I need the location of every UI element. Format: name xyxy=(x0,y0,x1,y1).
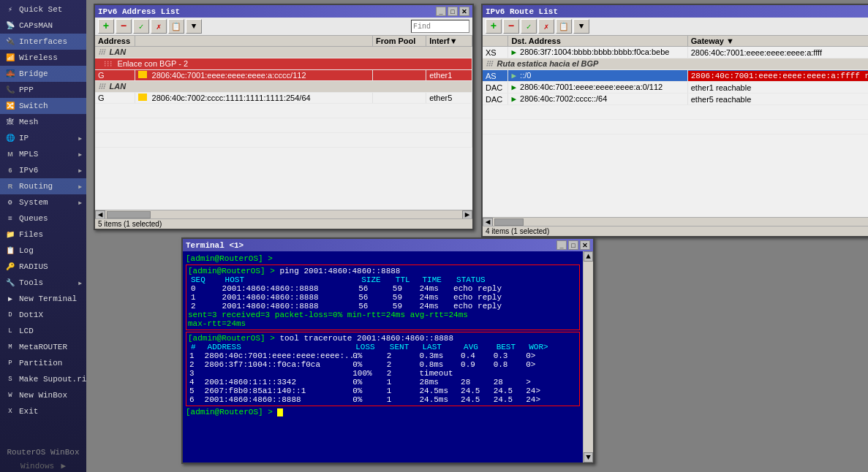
ping-stats: sent=3 received=3 packet-loss=0% min-rtt… xyxy=(188,311,578,319)
sidebar-item-interfaces[interactable]: 🔌 Interfaces xyxy=(0,34,86,50)
terminal-minimize[interactable]: _ xyxy=(556,240,567,250)
sidebar-item-exit[interactable]: X Exit xyxy=(0,403,86,419)
sidebar-item-switch[interactable]: 🔀 Switch xyxy=(0,98,86,114)
disable-address-button[interactable]: ✗ xyxy=(151,19,167,34)
enable-route-button[interactable]: ✓ xyxy=(521,19,537,34)
sidebar-item-routing[interactable]: R Routing ▶ xyxy=(0,178,86,194)
scroll-right-btn[interactable]: ▶ xyxy=(462,210,472,219)
ping-command: [admin@RouterOS] > ping 2001:4860:4860::… xyxy=(188,267,578,275)
copy-route-button[interactable]: 📋 xyxy=(556,19,572,34)
sidebar: ⚡ Quick Set 📡 CAPsMAN 🔌 Interfaces 📶 Wir… xyxy=(0,0,86,472)
route-scroll-thumb[interactable] xyxy=(494,218,524,226)
terminal-scroll-up[interactable]: ▲ xyxy=(584,251,593,262)
table-row[interactable]: AS ▶ ::/0 2806:40c:7001:eeee:eeee:eeee:a… xyxy=(483,70,868,82)
table-row[interactable]: DAC ▶ 2806:40c:7001:eeee:eeee:eeee:a:0/1… xyxy=(483,82,868,94)
sidebar-item-system[interactable]: ⚙ System ▶ xyxy=(0,194,86,210)
new-winbox-icon: W xyxy=(4,389,16,401)
address-search-input[interactable] xyxy=(411,20,469,33)
ip-icon: 🌐 xyxy=(4,132,16,144)
ipv6-route-title: IPv6 Route List xyxy=(486,7,868,16)
terminal-close[interactable]: ✕ xyxy=(580,240,590,250)
capsman-icon: 📡 xyxy=(4,20,16,31)
table-row[interactable]: ⁝⁝⁝ Enlace con BGP - 2 xyxy=(95,58,472,70)
remove-route-button[interactable]: − xyxy=(503,19,519,34)
sidebar-item-make-supout[interactable]: S Make Supout.rif xyxy=(0,371,86,387)
route-scroll-left-btn[interactable]: ◀ xyxy=(483,218,493,227)
lcd-icon: L xyxy=(4,325,16,337)
tools-icon: 🔧 xyxy=(4,277,16,289)
sidebar-item-radius[interactable]: 🔑 RADIUS xyxy=(0,259,86,275)
exit-icon: X xyxy=(4,406,16,417)
routing-icon: R xyxy=(4,180,16,192)
table-row[interactable]: ⁝⁝⁝ LAN xyxy=(95,81,472,93)
sidebar-item-log[interactable]: 📋 Log xyxy=(0,243,86,259)
sidebar-item-ppp[interactable]: 📞 PPP xyxy=(0,82,86,98)
table-row[interactable]: G 2806:40c:7002:cccc:1111:1111:1111:254/… xyxy=(95,93,472,104)
interfaces-icon: 🔌 xyxy=(4,36,16,47)
partition-icon: P xyxy=(4,357,16,369)
ip-arrow: ▶ xyxy=(78,135,82,142)
sidebar-item-quickset[interactable]: ⚡ Quick Set xyxy=(0,1,86,18)
traceroute-header: # ADDRESS LOSS SENT LAST AVG BEST WOR> xyxy=(188,343,578,351)
scroll-left-btn[interactable]: ◀ xyxy=(95,210,105,219)
sidebar-item-wireless[interactable]: 📶 Wireless xyxy=(0,50,86,66)
ipv6-address-hscroll[interactable]: ◀ ▶ xyxy=(95,210,472,218)
group-dots: ⁝⁝⁝ xyxy=(98,48,110,57)
sidebar-item-capsman[interactable]: 📡 CAPsMAN xyxy=(0,18,86,34)
tools-arrow: ▶ xyxy=(78,280,82,286)
address-col-header: Address xyxy=(95,36,135,47)
sidebar-item-metarouter[interactable]: M MetaROUTER xyxy=(0,339,86,355)
ipv6-address-close[interactable]: ✕ xyxy=(459,7,469,16)
table-row[interactable]: ⁝⁝⁝ LAN xyxy=(95,47,472,58)
terminal-maximize[interactable]: □ xyxy=(568,240,578,250)
ipv6-address-minimize[interactable]: _ xyxy=(436,7,446,16)
filter-route-button[interactable]: ▼ xyxy=(573,19,589,34)
add-route-button[interactable]: + xyxy=(486,19,502,34)
sidebar-item-lcd[interactable]: L LCD xyxy=(0,323,86,339)
route-icon-dac1: ▶ xyxy=(511,83,516,92)
disable-route-button[interactable]: ✗ xyxy=(538,19,554,34)
ipv6-address-titlebar: IPv6 Address List _ □ ✕ xyxy=(95,5,472,18)
table-row xyxy=(483,105,868,120)
table-row[interactable]: XS ▶ 2806:3f7:1004:bbbb:bbbb:bbbb:f0ca:b… xyxy=(483,47,868,58)
sidebar-item-partition[interactable]: P Partition xyxy=(0,355,86,371)
terminal-vscroll[interactable]: ▲ ▼ xyxy=(583,251,593,463)
address2-icon xyxy=(138,94,147,101)
copy-address-button[interactable]: 📋 xyxy=(168,19,184,34)
route-icon1: ▶ xyxy=(511,48,516,57)
sidebar-item-new-terminal[interactable]: ▶ New Terminal xyxy=(0,291,86,307)
address-val-col-header xyxy=(135,36,372,47)
sidebar-item-tools[interactable]: 🔧 Tools ▶ xyxy=(0,275,86,291)
sidebar-item-mpls[interactable]: M MPLS ▶ xyxy=(0,146,86,162)
sidebar-item-mesh[interactable]: 🕸 Mesh xyxy=(0,114,86,130)
sidebar-item-dot1x[interactable]: D Dot1X xyxy=(0,307,86,323)
sidebar-item-bridge[interactable]: 🌉 Bridge xyxy=(0,66,86,82)
table-row[interactable]: ⁝⁝⁝ Ruta estatica hacia el BGP xyxy=(483,58,868,70)
traceroute-row-6: 6 2001:4860:4860::8888 0% 1 24.5ms 24.5 … xyxy=(188,395,578,404)
enable-address-button[interactable]: ✓ xyxy=(133,19,149,34)
sidebar-item-new-winbox[interactable]: W New WinBox xyxy=(0,387,86,403)
remove-address-button[interactable]: − xyxy=(116,19,132,34)
table-row[interactable]: DAC ▶ 2806:40c:7002:cccc::/64 ether5 rea… xyxy=(483,94,868,105)
table-row[interactable]: G 2806:40c:7001:eeee:eeee:eeee:a:cccc/11… xyxy=(95,70,472,81)
new-terminal-icon: ▶ xyxy=(4,293,16,305)
route-icon-as: ▶ xyxy=(511,72,516,80)
ipv6-route-titlebar: IPv6 Route List _ □ ✕ xyxy=(483,5,868,18)
group3-dots: ⁝⁝⁝ xyxy=(486,60,497,69)
ipv6-icon: 6 xyxy=(4,164,16,176)
terminal-titlebar: Terminal <1> _ □ ✕ xyxy=(183,239,593,251)
sidebar-item-ipv6[interactable]: 6 IPv6 ▶ xyxy=(0,162,86,178)
terminal-traceroute-section: [admin@RouterOS] > tool traceroute 2001:… xyxy=(186,332,580,406)
sidebar-item-ip[interactable]: 🌐 IP ▶ xyxy=(0,130,86,146)
filter-address-button[interactable]: ▼ xyxy=(186,19,202,34)
mpls-icon: M xyxy=(4,148,16,160)
add-address-button[interactable]: + xyxy=(98,19,114,34)
terminal-scroll-down[interactable]: ▼ xyxy=(584,452,593,463)
ipv6-route-hscroll[interactable]: ◀ ▶ xyxy=(483,217,868,226)
terminal-content[interactable]: [admin@RouterOS] > [admin@RouterOS] > pi… xyxy=(183,251,583,463)
ipv6-address-maximize[interactable]: □ xyxy=(448,7,458,16)
main-area: IPv6 Address List _ □ ✕ + − ✓ ✗ 📋 ▼ Addr… xyxy=(86,0,868,472)
sidebar-item-queues[interactable]: ≡ Queues xyxy=(0,210,86,227)
scroll-thumb[interactable] xyxy=(107,211,151,218)
sidebar-item-files[interactable]: 📁 Files xyxy=(0,227,86,243)
